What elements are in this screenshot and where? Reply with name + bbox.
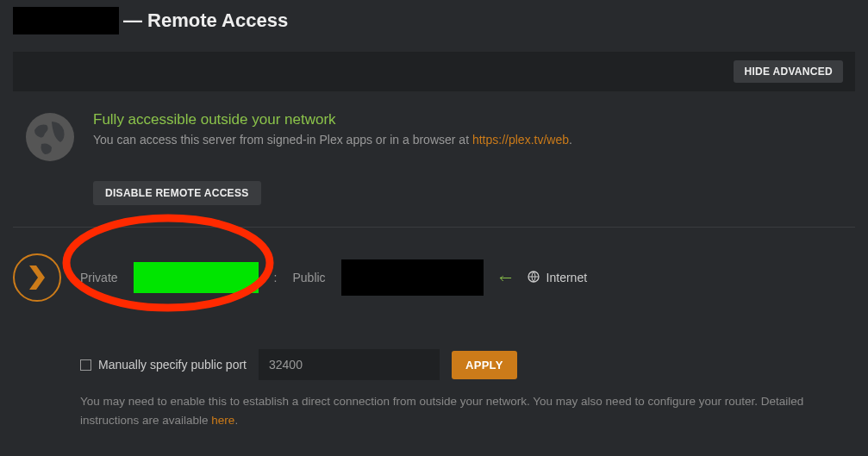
server-name-redacted [13, 7, 119, 34]
help-here-link[interactable]: here [211, 414, 234, 427]
status-title: Fully accessible outside your network [93, 111, 572, 128]
manual-port-checkbox[interactable]: Manually specify public port [80, 358, 247, 372]
help-text: You may need to enable this to establish… [80, 392, 842, 429]
disable-remote-access-button[interactable]: DISABLE REMOTE ACCESS [93, 181, 261, 205]
public-label: Public [292, 271, 325, 284]
globe-icon [26, 113, 74, 161]
page-title: — Remote Access [123, 9, 288, 32]
status-desc-suffix: . [569, 133, 572, 147]
status-description: You can access this server from signed-i… [93, 133, 572, 147]
private-ip-redacted [134, 262, 259, 293]
public-ip-redacted [341, 259, 484, 296]
arrow-left-icon: 🡐 [499, 271, 512, 285]
private-colon: : [274, 271, 278, 284]
help-prefix: You may need to enable this to establish… [80, 395, 803, 427]
internet-label: Internet [546, 271, 587, 284]
plex-icon [13, 253, 61, 302]
checkbox-box-icon [80, 359, 91, 371]
hide-advanced-button[interactable]: HIDE ADVANCED [734, 60, 843, 83]
advanced-bar: HIDE ADVANCED [13, 52, 855, 91]
manual-port-label: Manually specify public port [98, 358, 247, 372]
status-desc-prefix: You can access this server from signed-i… [93, 133, 472, 147]
internet-icon [528, 271, 540, 285]
private-label: Private [80, 271, 118, 284]
public-port-input[interactable] [259, 349, 440, 380]
svg-point-0 [26, 113, 74, 161]
plex-web-link[interactable]: https://plex.tv/web [472, 133, 569, 147]
apply-button[interactable]: APPLY [452, 351, 517, 379]
help-suffix: . [234, 414, 238, 427]
